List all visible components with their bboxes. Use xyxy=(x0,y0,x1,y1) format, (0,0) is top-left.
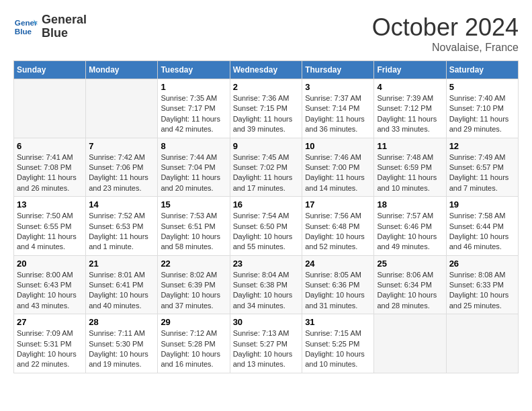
day-number: 30 xyxy=(233,317,300,327)
calendar-cell xyxy=(446,314,518,373)
week-row-5: 27Sunrise: 7:09 AMSunset: 5:31 PMDayligh… xyxy=(14,314,519,373)
day-number: 26 xyxy=(449,259,515,269)
calendar-cell: 7Sunrise: 7:42 AMSunset: 7:06 PMDaylight… xyxy=(86,138,158,197)
day-info: Sunrise: 7:48 AMSunset: 6:59 PMDaylight:… xyxy=(377,152,443,194)
day-info: Sunrise: 7:35 AMSunset: 7:17 PMDaylight:… xyxy=(161,93,226,135)
calendar-cell: 1Sunrise: 7:35 AMSunset: 7:17 PMDaylight… xyxy=(158,79,230,138)
day-info: Sunrise: 7:11 AMSunset: 5:30 PMDaylight:… xyxy=(89,328,154,370)
weekday-header-saturday: Saturday xyxy=(446,61,518,79)
calendar-cell: 16Sunrise: 7:54 AMSunset: 6:50 PMDayligh… xyxy=(230,197,302,256)
calendar-cell xyxy=(374,314,446,373)
calendar-cell: 29Sunrise: 7:12 AMSunset: 5:28 PMDayligh… xyxy=(158,314,230,373)
day-number: 11 xyxy=(377,141,443,151)
weekday-row: SundayMondayTuesdayWednesdayThursdayFrid… xyxy=(14,61,519,79)
calendar-cell: 19Sunrise: 7:58 AMSunset: 6:44 PMDayligh… xyxy=(446,197,518,256)
calendar-cell: 30Sunrise: 7:13 AMSunset: 5:27 PMDayligh… xyxy=(230,314,302,373)
day-number: 2 xyxy=(233,82,300,92)
logo-text: General Blue xyxy=(42,13,87,40)
day-number: 19 xyxy=(449,199,515,210)
week-row-2: 6Sunrise: 7:41 AMSunset: 7:08 PMDaylight… xyxy=(14,138,519,197)
day-number: 5 xyxy=(449,82,515,92)
logo-line1: General xyxy=(42,13,87,27)
logo-line2: Blue xyxy=(42,27,87,40)
day-info: Sunrise: 7:39 AMSunset: 7:12 PMDaylight:… xyxy=(377,93,443,135)
location-title: Novalaise, France xyxy=(372,42,519,54)
calendar-cell: 4Sunrise: 7:39 AMSunset: 7:12 PMDaylight… xyxy=(374,79,446,138)
weekday-header-tuesday: Tuesday xyxy=(158,61,230,79)
weekday-header-thursday: Thursday xyxy=(302,61,374,79)
calendar-cell: 6Sunrise: 7:41 AMSunset: 7:08 PMDaylight… xyxy=(14,138,86,197)
weekday-header-monday: Monday xyxy=(86,61,158,79)
calendar-cell: 13Sunrise: 7:50 AMSunset: 6:55 PMDayligh… xyxy=(14,197,86,256)
page-header: General Blue General Blue October 2024 N… xyxy=(13,13,519,54)
calendar-cell: 22Sunrise: 8:02 AMSunset: 6:39 PMDayligh… xyxy=(158,255,230,314)
day-info: Sunrise: 8:00 AMSunset: 6:43 PMDaylight:… xyxy=(17,270,83,312)
day-number: 7 xyxy=(89,141,154,151)
calendar-cell: 15Sunrise: 7:53 AMSunset: 6:51 PMDayligh… xyxy=(158,197,230,256)
calendar-cell: 9Sunrise: 7:45 AMSunset: 7:02 PMDaylight… xyxy=(230,138,302,197)
day-info: Sunrise: 7:37 AMSunset: 7:14 PMDaylight:… xyxy=(305,93,371,135)
day-number: 16 xyxy=(233,199,300,210)
calendar-cell: 21Sunrise: 8:01 AMSunset: 6:41 PMDayligh… xyxy=(86,255,158,314)
day-number: 4 xyxy=(377,82,443,92)
day-info: Sunrise: 7:15 AMSunset: 5:25 PMDaylight:… xyxy=(305,328,371,370)
weekday-header-friday: Friday xyxy=(374,61,446,79)
day-number: 31 xyxy=(305,317,371,327)
day-info: Sunrise: 7:36 AMSunset: 7:15 PMDaylight:… xyxy=(233,93,300,135)
day-info: Sunrise: 7:54 AMSunset: 6:50 PMDaylight:… xyxy=(233,211,300,253)
calendar-cell: 10Sunrise: 7:46 AMSunset: 7:00 PMDayligh… xyxy=(302,138,374,197)
day-number: 12 xyxy=(449,141,515,151)
calendar-cell: 8Sunrise: 7:44 AMSunset: 7:04 PMDaylight… xyxy=(158,138,230,197)
day-number: 18 xyxy=(377,199,443,210)
calendar-cell: 27Sunrise: 7:09 AMSunset: 5:31 PMDayligh… xyxy=(14,314,86,373)
day-number: 17 xyxy=(305,199,371,210)
svg-text:Blue: Blue xyxy=(15,27,32,36)
calendar-cell: 12Sunrise: 7:49 AMSunset: 6:57 PMDayligh… xyxy=(446,138,518,197)
day-info: Sunrise: 7:56 AMSunset: 6:48 PMDaylight:… xyxy=(305,211,371,253)
day-info: Sunrise: 7:12 AMSunset: 5:28 PMDaylight:… xyxy=(161,328,226,370)
day-info: Sunrise: 8:08 AMSunset: 6:33 PMDaylight:… xyxy=(449,270,515,312)
calendar-cell: 31Sunrise: 7:15 AMSunset: 5:25 PMDayligh… xyxy=(302,314,374,373)
calendar-table: SundayMondayTuesdayWednesdayThursdayFrid… xyxy=(13,60,519,373)
calendar-body: 1Sunrise: 7:35 AMSunset: 7:17 PMDaylight… xyxy=(14,79,519,373)
day-number: 14 xyxy=(89,199,154,210)
day-info: Sunrise: 7:40 AMSunset: 7:10 PMDaylight:… xyxy=(449,93,515,135)
day-info: Sunrise: 7:53 AMSunset: 6:51 PMDaylight:… xyxy=(161,211,226,253)
week-row-4: 20Sunrise: 8:00 AMSunset: 6:43 PMDayligh… xyxy=(14,255,519,314)
day-number: 3 xyxy=(305,82,371,92)
day-info: Sunrise: 7:52 AMSunset: 6:53 PMDaylight:… xyxy=(89,211,154,253)
day-info: Sunrise: 7:50 AMSunset: 6:55 PMDaylight:… xyxy=(17,211,83,253)
logo: General Blue General Blue xyxy=(13,13,87,40)
calendar-cell: 14Sunrise: 7:52 AMSunset: 6:53 PMDayligh… xyxy=(86,197,158,256)
day-info: Sunrise: 7:45 AMSunset: 7:02 PMDaylight:… xyxy=(233,152,300,194)
week-row-1: 1Sunrise: 7:35 AMSunset: 7:17 PMDaylight… xyxy=(14,79,519,138)
day-number: 15 xyxy=(161,199,226,210)
calendar-cell: 25Sunrise: 8:06 AMSunset: 6:34 PMDayligh… xyxy=(374,255,446,314)
month-title-block: October 2024 Novalaise, France xyxy=(372,13,519,54)
day-info: Sunrise: 7:44 AMSunset: 7:04 PMDaylight:… xyxy=(161,152,226,194)
day-info: Sunrise: 8:06 AMSunset: 6:34 PMDaylight:… xyxy=(377,270,443,312)
calendar-header: SundayMondayTuesdayWednesdayThursdayFrid… xyxy=(14,61,519,79)
week-row-3: 13Sunrise: 7:50 AMSunset: 6:55 PMDayligh… xyxy=(14,197,519,256)
month-title: October 2024 xyxy=(372,13,519,42)
day-number: 20 xyxy=(17,259,83,269)
day-number: 8 xyxy=(161,141,226,151)
day-info: Sunrise: 8:02 AMSunset: 6:39 PMDaylight:… xyxy=(161,270,226,312)
calendar-cell: 24Sunrise: 8:05 AMSunset: 6:36 PMDayligh… xyxy=(302,255,374,314)
day-info: Sunrise: 7:46 AMSunset: 7:00 PMDaylight:… xyxy=(305,152,371,194)
day-number: 9 xyxy=(233,141,300,151)
day-number: 25 xyxy=(377,259,443,269)
day-info: Sunrise: 7:09 AMSunset: 5:31 PMDaylight:… xyxy=(17,328,83,370)
calendar-cell xyxy=(86,79,158,138)
day-number: 13 xyxy=(17,199,83,210)
calendar-cell xyxy=(14,79,86,138)
day-info: Sunrise: 8:05 AMSunset: 6:36 PMDaylight:… xyxy=(305,270,371,312)
logo-icon: General Blue xyxy=(13,15,38,39)
calendar-cell: 28Sunrise: 7:11 AMSunset: 5:30 PMDayligh… xyxy=(86,314,158,373)
day-info: Sunrise: 8:01 AMSunset: 6:41 PMDaylight:… xyxy=(89,270,154,312)
day-info: Sunrise: 8:04 AMSunset: 6:38 PMDaylight:… xyxy=(233,270,300,312)
calendar-cell: 11Sunrise: 7:48 AMSunset: 6:59 PMDayligh… xyxy=(374,138,446,197)
day-number: 28 xyxy=(89,317,154,327)
calendar-cell: 5Sunrise: 7:40 AMSunset: 7:10 PMDaylight… xyxy=(446,79,518,138)
day-info: Sunrise: 7:13 AMSunset: 5:27 PMDaylight:… xyxy=(233,328,300,370)
